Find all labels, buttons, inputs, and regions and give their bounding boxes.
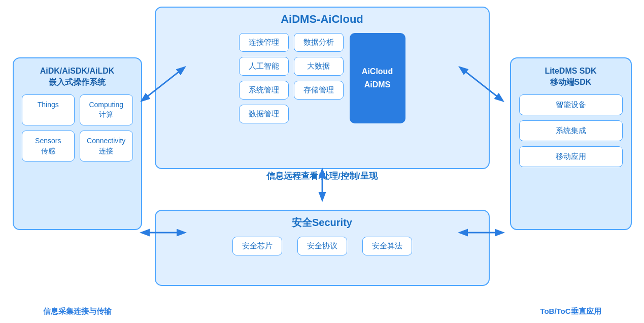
main-container: AiDMS-AiCloud 连接管理 数据分析 人工智能 大数据 系统管理 存储… [13,7,632,316]
middle-label: 信息远程查看/处理/控制/呈现 [155,170,490,182]
left-grid: Things Computing 计算 Sensors 传感 Connectiv… [22,94,133,162]
aidms-title: AiDMS-AiCloud [166,13,479,26]
bottom-label-right: ToB/ToC垂直应用 [510,307,632,316]
chip-security-algorithm: 安全算法 [362,237,412,255]
right-chip-sys-integration: 系统集成 [519,120,623,141]
aidms-box: AiDMS-AiCloud 连接管理 数据分析 人工智能 大数据 系统管理 存储… [155,7,490,169]
left-box: AiDK/AiSDK/AiLDK 嵌入式操作系统 Things Computin… [13,57,142,230]
chip-sys-mgmt: 系统管理 [239,81,289,100]
aidms-inner: 连接管理 数据分析 人工智能 大数据 系统管理 存储管理 数据管理 AiClou… [166,33,479,123]
aidms-grid: 连接管理 数据分析 人工智能 大数据 系统管理 存储管理 数据管理 [239,33,344,123]
security-box: 安全Security 安全芯片 安全协议 安全算法 [155,210,490,286]
chip-ai: 人工智能 [239,57,289,76]
security-title: 安全Security [166,216,479,230]
security-chips: 安全芯片 安全协议 安全算法 [166,237,479,255]
right-chip-mobile-app: 移动应用 [519,146,623,167]
left-chip-sensors: Sensors 传感 [22,131,75,162]
right-chip-smart-device: 智能设备 [519,94,623,115]
chip-security-protocol: 安全协议 [297,237,347,255]
chip-connection-mgmt: 连接管理 [239,33,289,52]
left-chip-things: Things [22,94,75,125]
chip-data-mgmt: 数据管理 [239,105,289,123]
chip-data-analysis: 数据分析 [294,33,344,52]
chip-security-chip: 安全芯片 [232,237,282,255]
chip-bigdata: 大数据 [294,57,344,76]
right-chips: 智能设备 系统集成 移动应用 [519,94,623,167]
left-chip-computing: Computing 计算 [80,94,133,125]
left-chip-connectivity: Connectivity 连接 [80,131,133,162]
chip-storage-mgmt: 存储管理 [294,81,344,100]
right-box: LiteDMS SDK 移动端SDK 智能设备 系统集成 移动应用 [510,57,632,230]
right-title: LiteDMS SDK 移动端SDK [519,66,623,88]
left-title: AiDK/AiSDK/AiLDK 嵌入式操作系统 [22,66,133,88]
bottom-label-left: 信息采集连接与传输 [13,307,142,316]
aicloud-chip: AiCloud AiDMS [350,33,405,123]
